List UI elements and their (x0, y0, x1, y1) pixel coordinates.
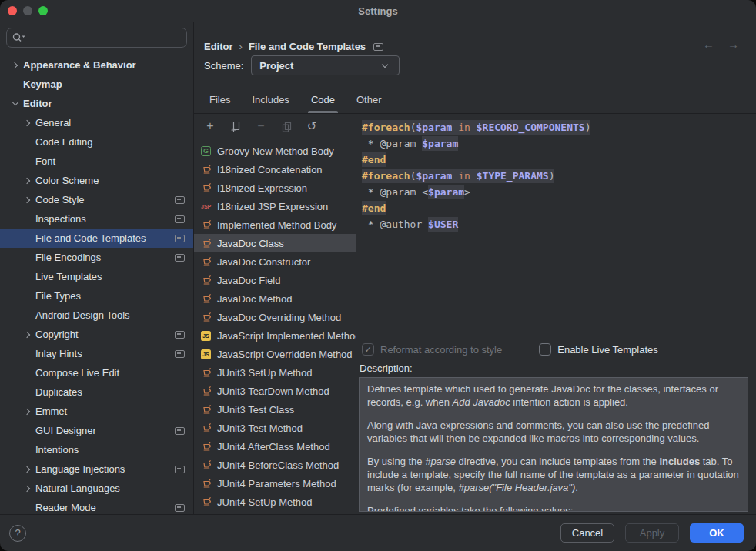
minimize-button[interactable] (23, 6, 32, 15)
forward-icon[interactable]: → (728, 38, 739, 51)
sidebar-item-color-scheme[interactable]: Color Scheme (0, 171, 193, 190)
template-item-javadoc-overriding-method[interactable]: JavaDoc Overriding Method (194, 308, 356, 326)
search-box[interactable] (6, 28, 187, 48)
tab-code[interactable]: Code (305, 85, 341, 113)
breadcrumb-editor[interactable]: Editor (204, 41, 233, 52)
code-token: * @param (362, 136, 422, 151)
close-button[interactable] (8, 6, 17, 15)
template-item-implemented-method-body[interactable]: Implemented Method Body (194, 215, 356, 234)
template-item-javascript-overridden-method[interactable]: JSJavaScript Overridden Method (194, 345, 356, 363)
template-icon-slot (201, 478, 214, 489)
remove-template-button[interactable]: − (255, 120, 267, 132)
sidebar-item-file-and-code-templates[interactable]: File and Code Templates (0, 229, 193, 248)
copy-icon (281, 121, 293, 132)
chevron-spacer (22, 252, 34, 264)
jsp-icon: JSP (201, 204, 211, 209)
sidebar-item-file-encodings[interactable]: File Encodings (0, 248, 193, 267)
chevron-right-icon (22, 117, 34, 129)
reformat-checkbox[interactable] (362, 343, 374, 356)
sidebar-item-gui-designer[interactable]: GUI Designer (0, 421, 193, 440)
template-editor[interactable]: #foreach($param in $RECORD_COMPONENTS) *… (356, 114, 756, 339)
sidebar-item-inlay-hints[interactable]: Inlay Hints (0, 344, 193, 363)
description-text: directive, you can include templates fro… (456, 456, 659, 467)
search-icon (12, 32, 27, 44)
apply-button[interactable]: Apply (625, 523, 679, 543)
sidebar-item-code-style[interactable]: Code Style (0, 190, 193, 209)
copy-template-button[interactable] (280, 120, 293, 132)
sidebar-item-language-injections[interactable]: Language Injections (0, 459, 193, 479)
titlebar[interactable]: Settings (0, 0, 756, 22)
sidebar-item-android-design-tools[interactable]: Android Design Tools (0, 306, 193, 325)
template-item-junit4-afterclass-method[interactable]: JUnit4 AfterClass Method (194, 437, 356, 456)
sidebar-item-duplicates[interactable]: Duplicates (0, 382, 193, 402)
add-template-button[interactable]: + (204, 120, 216, 132)
sidebar-item-reader-mode[interactable]: Reader Mode (0, 498, 193, 514)
template-item-junit3-teardown-method[interactable]: JUnit3 TearDown Method (194, 382, 356, 400)
description-box[interactable]: Defines template which used to generate … (359, 377, 748, 512)
template-item-junit3-test-method[interactable]: JUnit3 Test Method (194, 419, 356, 437)
sidebar-item-intentions[interactable]: Intentions (0, 440, 193, 459)
code-token (470, 120, 477, 135)
sidebar-item-copyright[interactable]: Copyright (0, 325, 193, 344)
sidebar-item-live-templates[interactable]: Live Templates (0, 267, 193, 286)
chevron-right-icon (22, 483, 34, 495)
template-icon-slot: JS (201, 331, 214, 341)
chevron-spacer (22, 136, 34, 149)
reset-template-button[interactable]: ↺ (306, 120, 318, 132)
back-icon[interactable]: ← (703, 38, 714, 51)
description-text: Predefined variables take the following … (367, 505, 573, 512)
enable-live-templates-checkbox[interactable] (539, 343, 551, 356)
ok-button[interactable]: OK (690, 523, 744, 543)
sidebar-item-file-types[interactable]: File Types (0, 286, 193, 306)
template-item-i18nized-concatenation[interactable]: I18nized Concatenation (194, 160, 356, 179)
footer: ? CancelApplyOK (0, 514, 756, 551)
template-item-i18nized-jsp-expression[interactable]: JSPI18nized JSP Expression (194, 197, 356, 215)
duplicate-template-button[interactable] (229, 120, 242, 132)
sidebar-item-compose-live-edit[interactable]: Compose Live Edit (0, 363, 193, 382)
scheme-select[interactable]: Project (251, 55, 400, 75)
code-token: #end (362, 152, 386, 167)
template-icon-slot (201, 293, 214, 305)
modified-indicator-icon (175, 331, 185, 339)
template-item-label: JUnit3 SetUp Method (217, 367, 313, 379)
template-item-junit4-beforeclass-method[interactable]: JUnit4 BeforeClass Method (194, 456, 356, 474)
template-item-groovy-new-method-body[interactable]: GGroovy New Method Body (194, 142, 356, 160)
tab-includes[interactable]: Includes (246, 85, 295, 113)
sidebar-item-inspections[interactable]: Inspections (0, 209, 193, 229)
sidebar-item-general[interactable]: General (0, 113, 193, 132)
sidebar-item-emmet[interactable]: Emmet (0, 402, 193, 421)
java-template-icon (201, 441, 212, 452)
template-item-junit4-parameters-method[interactable]: JUnit4 Parameters Method (194, 474, 356, 493)
sidebar-item-label: Emmet (35, 406, 67, 417)
tab-files[interactable]: Files (203, 85, 236, 113)
code-line: * @param $param (362, 136, 751, 152)
chevron-right-icon (22, 406, 34, 418)
template-item-i18nized-expression[interactable]: I18nized Expression (194, 179, 356, 197)
code-token: $param (416, 169, 452, 183)
template-tabs: FilesIncludesCodeOther (194, 85, 756, 113)
settings-search-input[interactable] (30, 32, 182, 45)
template-item-javadoc-class[interactable]: JavaDoc Class (194, 234, 356, 252)
sidebar-item-editor[interactable]: Editor (0, 94, 193, 113)
tab-other[interactable]: Other (350, 85, 388, 113)
template-item-javascript-implemented-method[interactable]: JSJavaScript Implemented Method (194, 326, 356, 345)
template-item-javadoc-constructor[interactable]: JavaDoc Constructor (194, 252, 356, 271)
template-item-javadoc-method[interactable]: JavaDoc Method (194, 289, 356, 308)
sidebar-item-code-editing[interactable]: Code Editing (0, 132, 193, 152)
template-item-javadoc-field[interactable]: JavaDoc Field (194, 271, 356, 289)
sidebar-item-appearance-behavior[interactable]: Appearance & Behavior (0, 55, 193, 75)
template-icon-slot (201, 367, 214, 379)
sidebar-item-font[interactable]: Font (0, 152, 193, 171)
template-item-label: JUnit3 Test Method (217, 422, 303, 434)
sidebar-item-keymap[interactable]: Keymap (0, 75, 193, 94)
cancel-button[interactable]: Cancel (560, 523, 614, 543)
template-item-junit3-test-class[interactable]: JUnit3 Test Class (194, 400, 356, 419)
template-item-junit4-setup-method[interactable]: JUnit4 SetUp Method (194, 493, 356, 511)
zoom-button[interactable] (38, 6, 48, 15)
description-text: intention action is applied. (510, 396, 628, 408)
help-button[interactable]: ? (9, 525, 26, 542)
code-token: $RECORD_COMPONENTS (477, 120, 585, 135)
sidebar-item-natural-languages[interactable]: Natural Languages (0, 479, 193, 498)
template-item-junit3-setup-method[interactable]: JUnit3 SetUp Method (194, 363, 356, 382)
breadcrumb-current[interactable]: File and Code Templates (249, 41, 366, 52)
